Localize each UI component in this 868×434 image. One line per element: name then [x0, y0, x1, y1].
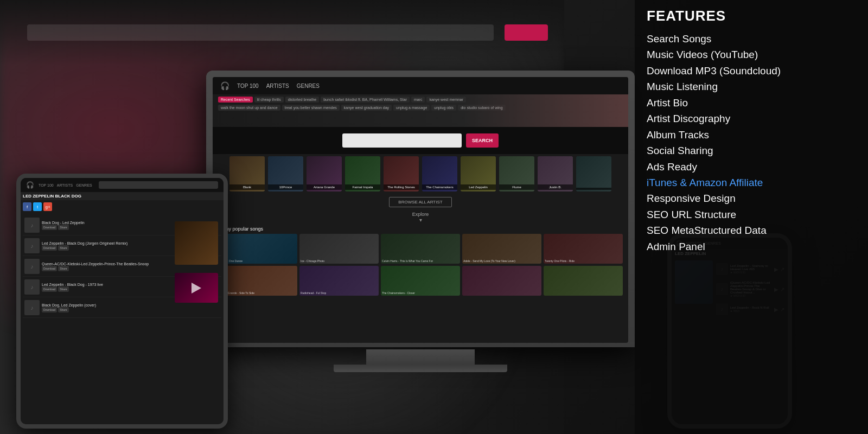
imac-popular-section: Today popular songs Drake - One Dance Ic…: [213, 224, 628, 298]
music-note-icon: ♪: [31, 264, 34, 270]
imac-stand: [366, 349, 475, 365]
tablet-social: f t g+: [21, 200, 224, 213]
song-thumb[interactable]: Radiohead - Ful Stop: [299, 266, 379, 296]
song-thumb[interactable]: [462, 266, 541, 296]
imac-tag-r2-3[interactable]: unplug a massage: [393, 105, 430, 111]
imac-explore: Explore ▾: [213, 210, 628, 224]
imac-tag-4[interactable]: marc: [411, 97, 425, 103]
artist-name: Blank: [229, 184, 265, 190]
song-thumb[interactable]: Twenty One Pilots - Ride: [544, 234, 623, 264]
tablet-tab-genres[interactable]: GENRES: [76, 183, 92, 187]
song-label: Radiohead - Ful Stop: [301, 291, 378, 295]
share-btn[interactable]: Share: [58, 225, 68, 230]
imac-tag-recent[interactable]: Recent Searches: [218, 97, 253, 103]
feature-responsive-design: Responsive Design: [647, 190, 856, 206]
tablet-tab-top100[interactable]: TOP 100: [39, 183, 54, 187]
artist-thumb[interactable]: Justin B.: [538, 156, 573, 192]
tablet-screen: 🎧 TOP 100 ARTISTS GENRES LED ZEPPELIN BL…: [21, 178, 224, 424]
download-btn[interactable]: Download: [42, 245, 57, 251]
imac-tag-3[interactable]: bunch safari iblodist ft. BA, Pharrell W…: [321, 97, 410, 103]
imac-tag-r2-4[interactable]: unplug obis: [431, 105, 456, 111]
songs-grid: Drake - One Dance Ice - Chicago Photo Ca…: [218, 234, 623, 296]
artist-name: [576, 188, 611, 190]
features-heading: FEATURES: [647, 8, 856, 24]
imac-tag-2[interactable]: distorted breathe: [285, 97, 320, 103]
imac-screen: 🎧 TOP 100 ARTISTS GENRES Recent Searches…: [213, 77, 628, 343]
artist-thumb[interactable]: The Rolling Stones: [384, 156, 419, 192]
artist-name: The Rolling Stones: [384, 184, 419, 190]
download-btn[interactable]: Download: [42, 266, 57, 271]
imac-tag-r2-1[interactable]: treat you better shawn mendes: [282, 105, 340, 111]
imac-artists-grid: Blank 10Prince Ariana Grande Faimal Impa…: [213, 154, 628, 194]
feature-album-tracks: Album Tracks: [647, 127, 856, 143]
browse-all-button[interactable]: BROWSE ALL ARTIST: [389, 197, 451, 207]
feature-admin-panel: Admin Panel: [647, 239, 856, 254]
imac-tag-1[interactable]: lil cheap thrills: [254, 97, 284, 103]
song-thumb[interactable]: Ariana Grande - Side To Side: [218, 266, 297, 296]
artist-thumb[interactable]: Blank: [229, 156, 265, 192]
imac-nav: 🎧 TOP 100 ARTISTS GENRES: [213, 77, 628, 94]
share-btn[interactable]: Share: [58, 286, 68, 292]
download-btn[interactable]: Download: [42, 286, 57, 292]
artist-thumb[interactable]: The Chainsmokers: [422, 156, 457, 192]
tablet-nav: 🎧 TOP 100 ARTISTS GENRES: [21, 178, 224, 192]
share-btn[interactable]: Share: [58, 245, 68, 251]
song-label: Ariana Grande - Side To Side: [219, 291, 296, 295]
feature-ads-ready: Ads Ready: [647, 159, 856, 175]
chevron-down-icon: ▾: [419, 217, 422, 223]
song-thumbnail: ♪: [24, 300, 40, 315]
imac-search-input[interactable]: [342, 133, 462, 148]
features-panel: FEATURES Search Songs Music Videos (YouT…: [635, 0, 868, 434]
song-thumb[interactable]: Ice - Chicago Photo: [299, 234, 379, 264]
tablet-tab-artists[interactable]: ARTISTS: [57, 183, 73, 187]
feature-itunes-amazon: iTunes & Amazon Affiliate: [647, 175, 856, 190]
music-note-icon: ♪: [31, 284, 34, 290]
artist-name: Faimal Impala: [345, 184, 380, 190]
imac-tag-r2-0[interactable]: walk the moon shut up and dance: [218, 105, 280, 111]
song-thumb[interactable]: The Chainsmokers - Closer: [381, 266, 460, 296]
feature-seo-url: SEO URL Structure: [647, 207, 856, 222]
artist-name: Ariana Grande: [307, 184, 342, 190]
imac-nav-artists[interactable]: ARTISTS: [266, 83, 289, 89]
top-bar: [0, 0, 564, 65]
play-icon: [192, 283, 201, 293]
download-btn[interactable]: Download: [42, 225, 57, 230]
artist-thumb[interactable]: Faimal Impala: [345, 156, 380, 192]
song-thumb[interactable]: Calvin Harris - This Is What You Came Fo…: [381, 234, 460, 264]
imac-tag-5[interactable]: kanye west memnar: [426, 97, 466, 103]
imac-tag-r2-2[interactable]: kanye west graduation day: [341, 105, 392, 111]
download-btn[interactable]: Download: [42, 307, 57, 312]
googleplus-share-btn[interactable]: g+: [43, 202, 52, 211]
share-btn[interactable]: Share: [58, 266, 68, 271]
song-label: The Chainsmokers - Closer: [382, 291, 459, 295]
imac-nav-top100[interactable]: TOP 100: [237, 83, 259, 89]
feature-music-videos: Music Videos (YouTube): [647, 47, 856, 62]
imac-tag-r2-5[interactable]: dio studio subaro of wing: [458, 105, 505, 111]
tablet-search[interactable]: [99, 181, 218, 189]
song-thumb[interactable]: Adele - Send My Love (To Your New Lover): [462, 234, 541, 264]
song-actions: Download Share: [42, 307, 220, 312]
twitter-share-btn[interactable]: t: [33, 202, 42, 211]
song-thumb[interactable]: [544, 266, 623, 296]
artist-thumb[interactable]: 10Prince: [268, 156, 303, 192]
artist-thumb[interactable]: Ariana Grande: [307, 156, 342, 192]
artist-thumb[interactable]: [576, 156, 611, 192]
song-title: Black Dog, Led Zeppelin (cover): [42, 303, 220, 307]
song-thumb[interactable]: Drake - One Dance: [218, 234, 297, 264]
artist-name: Led Zeppelin: [461, 184, 496, 190]
imac-device: 🎧 TOP 100 ARTISTS GENRES Recent Searches…: [206, 71, 635, 385]
popular-title: Today popular songs: [218, 226, 623, 232]
imac-hero: Recent Searches lil cheap thrills distor…: [213, 94, 628, 127]
tablet-video-thumb[interactable]: [175, 273, 218, 303]
imac-search-btn[interactable]: SEARCH: [466, 133, 499, 148]
imac-base: [334, 365, 507, 372]
song-thumbnail: ♪: [24, 279, 40, 295]
artist-thumb[interactable]: Flume: [499, 156, 534, 192]
facebook-share-btn[interactable]: f: [23, 202, 31, 211]
artist-thumb[interactable]: Led Zeppelin: [461, 156, 496, 192]
share-btn[interactable]: Share: [58, 307, 68, 312]
feature-seo-meta: SEO MetaStructured Data: [647, 222, 856, 238]
imac-nav-genres[interactable]: GENRES: [297, 83, 320, 89]
imac-tags-row1: Recent Searches lil cheap thrills distor…: [218, 97, 623, 103]
music-note-icon: ♪: [31, 305, 34, 311]
